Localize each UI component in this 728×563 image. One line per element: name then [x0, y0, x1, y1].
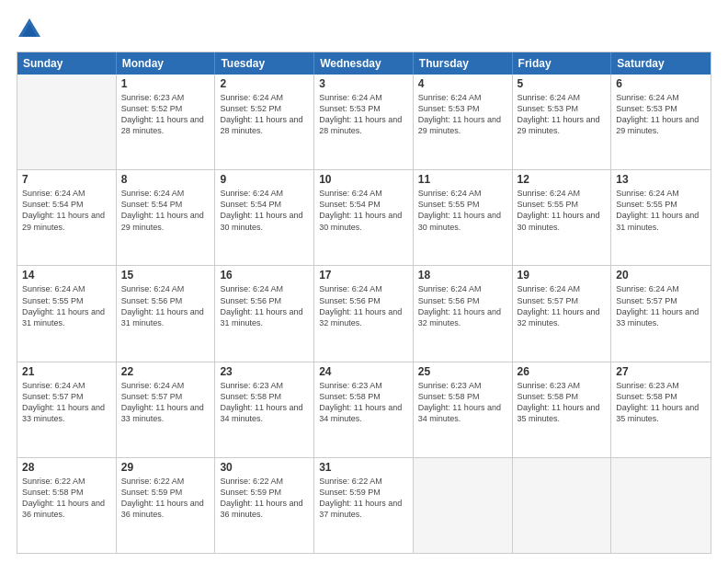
calendar-row: 14Sunrise: 6:24 AM Sunset: 5:55 PM Dayli… [17, 265, 711, 361]
day-number: 16 [220, 269, 309, 282]
calendar: SundayMondayTuesdayWednesdayThursdayFrid… [17, 52, 711, 554]
calendar-cell: 31Sunrise: 6:22 AM Sunset: 5:59 PM Dayli… [314, 458, 414, 553]
day-info: Sunrise: 6:24 AM Sunset: 5:54 PM Dayligh… [220, 188, 309, 233]
day-number: 6 [616, 77, 706, 90]
day-info: Sunrise: 6:24 AM Sunset: 5:57 PM Dayligh… [616, 283, 706, 328]
day-info: Sunrise: 6:23 AM Sunset: 5:58 PM Dayligh… [319, 380, 408, 425]
calendar-cell: 14Sunrise: 6:24 AM Sunset: 5:55 PM Dayli… [17, 266, 117, 361]
calendar-cell: 30Sunrise: 6:22 AM Sunset: 5:59 PM Dayli… [215, 458, 314, 553]
calendar-cell: 8Sunrise: 6:24 AM Sunset: 5:54 PM Daylig… [117, 170, 216, 265]
calendar-cell: 17Sunrise: 6:24 AM Sunset: 5:56 PM Dayli… [314, 266, 414, 361]
calendar-cell: 13Sunrise: 6:24 AM Sunset: 5:55 PM Dayli… [611, 170, 711, 265]
calendar-cell: 27Sunrise: 6:23 AM Sunset: 5:58 PM Dayli… [611, 362, 711, 457]
day-info: Sunrise: 6:23 AM Sunset: 5:58 PM Dayligh… [616, 380, 706, 425]
calendar-cell: 7Sunrise: 6:24 AM Sunset: 5:54 PM Daylig… [17, 170, 117, 265]
day-info: Sunrise: 6:24 AM Sunset: 5:54 PM Dayligh… [121, 188, 210, 233]
calendar-cell: 9Sunrise: 6:24 AM Sunset: 5:54 PM Daylig… [215, 170, 314, 265]
calendar-cell: 12Sunrise: 6:24 AM Sunset: 5:55 PM Dayli… [513, 170, 612, 265]
day-number: 1 [121, 77, 210, 90]
header [17, 17, 711, 42]
day-info: Sunrise: 6:24 AM Sunset: 5:53 PM Dayligh… [616, 92, 706, 137]
day-info: Sunrise: 6:24 AM Sunset: 5:57 PM Dayligh… [121, 380, 210, 425]
calendar-cell: 1Sunrise: 6:23 AM Sunset: 5:52 PM Daylig… [117, 75, 216, 169]
day-info: Sunrise: 6:24 AM Sunset: 5:55 PM Dayligh… [418, 188, 507, 233]
day-number: 10 [319, 173, 408, 186]
calendar-row: 21Sunrise: 6:24 AM Sunset: 5:57 PM Dayli… [17, 362, 711, 457]
day-number: 18 [418, 269, 507, 282]
day-number: 5 [518, 77, 607, 90]
day-info: Sunrise: 6:24 AM Sunset: 5:53 PM Dayligh… [518, 92, 607, 137]
day-number: 8 [121, 173, 210, 186]
day-info: Sunrise: 6:23 AM Sunset: 5:58 PM Dayligh… [418, 380, 507, 425]
calendar-cell [611, 458, 711, 553]
day-number: 2 [220, 77, 309, 90]
day-info: Sunrise: 6:24 AM Sunset: 5:56 PM Dayligh… [418, 283, 507, 328]
day-info: Sunrise: 6:24 AM Sunset: 5:56 PM Dayligh… [319, 283, 408, 328]
day-info: Sunrise: 6:24 AM Sunset: 5:53 PM Dayligh… [418, 92, 507, 137]
calendar-cell: 21Sunrise: 6:24 AM Sunset: 5:57 PM Dayli… [17, 362, 117, 457]
day-number: 19 [518, 269, 607, 282]
day-info: Sunrise: 6:24 AM Sunset: 5:55 PM Dayligh… [22, 283, 111, 328]
day-info: Sunrise: 6:24 AM Sunset: 5:55 PM Dayligh… [518, 188, 607, 233]
day-info: Sunrise: 6:24 AM Sunset: 5:54 PM Dayligh… [319, 188, 408, 233]
calendar-header: SundayMondayTuesdayWednesdayThursdayFrid… [17, 52, 711, 75]
weekday-header: Monday [117, 52, 216, 75]
page: SundayMondayTuesdayWednesdayThursdayFrid… [0, 0, 728, 563]
calendar-row: 7Sunrise: 6:24 AM Sunset: 5:54 PM Daylig… [17, 169, 711, 265]
day-info: Sunrise: 6:22 AM Sunset: 5:59 PM Dayligh… [121, 476, 210, 521]
day-info: Sunrise: 6:22 AM Sunset: 5:58 PM Dayligh… [22, 476, 111, 521]
day-number: 3 [319, 77, 408, 90]
day-info: Sunrise: 6:24 AM Sunset: 5:57 PM Dayligh… [518, 283, 607, 328]
day-info: Sunrise: 6:22 AM Sunset: 5:59 PM Dayligh… [220, 476, 309, 521]
weekday-header: Wednesday [314, 52, 414, 75]
calendar-row: 1Sunrise: 6:23 AM Sunset: 5:52 PM Daylig… [17, 75, 711, 169]
day-info: Sunrise: 6:24 AM Sunset: 5:53 PM Dayligh… [319, 92, 408, 137]
day-number: 29 [121, 461, 210, 474]
day-number: 4 [418, 77, 507, 90]
calendar-cell: 18Sunrise: 6:24 AM Sunset: 5:56 PM Dayli… [414, 266, 513, 361]
day-number: 25 [418, 365, 507, 378]
weekday-header: Friday [513, 52, 612, 75]
logo [17, 17, 46, 42]
day-info: Sunrise: 6:24 AM Sunset: 5:57 PM Dayligh… [22, 380, 111, 425]
day-number: 14 [22, 269, 111, 282]
day-info: Sunrise: 6:24 AM Sunset: 5:56 PM Dayligh… [121, 283, 210, 328]
calendar-cell: 3Sunrise: 6:24 AM Sunset: 5:53 PM Daylig… [314, 75, 414, 169]
weekday-header: Tuesday [215, 52, 314, 75]
day-info: Sunrise: 6:24 AM Sunset: 5:56 PM Dayligh… [220, 283, 309, 328]
calendar-cell: 5Sunrise: 6:24 AM Sunset: 5:53 PM Daylig… [513, 75, 612, 169]
calendar-cell: 16Sunrise: 6:24 AM Sunset: 5:56 PM Dayli… [215, 266, 314, 361]
day-number: 13 [616, 173, 706, 186]
calendar-cell [414, 458, 513, 553]
calendar-cell [513, 458, 612, 553]
calendar-cell: 25Sunrise: 6:23 AM Sunset: 5:58 PM Dayli… [414, 362, 513, 457]
calendar-cell: 26Sunrise: 6:23 AM Sunset: 5:58 PM Dayli… [513, 362, 612, 457]
calendar-cell: 22Sunrise: 6:24 AM Sunset: 5:57 PM Dayli… [117, 362, 216, 457]
calendar-cell: 23Sunrise: 6:23 AM Sunset: 5:58 PM Dayli… [215, 362, 314, 457]
day-info: Sunrise: 6:23 AM Sunset: 5:58 PM Dayligh… [518, 380, 607, 425]
calendar-cell: 11Sunrise: 6:24 AM Sunset: 5:55 PM Dayli… [414, 170, 513, 265]
day-number: 20 [616, 269, 706, 282]
day-number: 30 [220, 461, 309, 474]
day-number: 15 [121, 269, 210, 282]
calendar-cell: 15Sunrise: 6:24 AM Sunset: 5:56 PM Dayli… [117, 266, 216, 361]
calendar-body: 1Sunrise: 6:23 AM Sunset: 5:52 PM Daylig… [17, 75, 711, 553]
day-number: 23 [220, 365, 309, 378]
calendar-cell [17, 75, 117, 169]
calendar-cell: 10Sunrise: 6:24 AM Sunset: 5:54 PM Dayli… [314, 170, 414, 265]
day-number: 31 [319, 461, 408, 474]
day-info: Sunrise: 6:23 AM Sunset: 5:58 PM Dayligh… [220, 380, 309, 425]
day-info: Sunrise: 6:24 AM Sunset: 5:52 PM Dayligh… [220, 92, 309, 137]
day-number: 24 [319, 365, 408, 378]
calendar-cell: 4Sunrise: 6:24 AM Sunset: 5:53 PM Daylig… [414, 75, 513, 169]
day-info: Sunrise: 6:24 AM Sunset: 5:54 PM Dayligh… [22, 188, 111, 233]
weekday-header: Saturday [611, 52, 711, 75]
weekday-header: Thursday [414, 52, 513, 75]
day-number: 27 [616, 365, 706, 378]
day-number: 11 [418, 173, 507, 186]
calendar-cell: 2Sunrise: 6:24 AM Sunset: 5:52 PM Daylig… [215, 75, 314, 169]
calendar-cell: 19Sunrise: 6:24 AM Sunset: 5:57 PM Dayli… [513, 266, 612, 361]
calendar-cell: 20Sunrise: 6:24 AM Sunset: 5:57 PM Dayli… [611, 266, 711, 361]
day-number: 12 [518, 173, 607, 186]
day-number: 21 [22, 365, 111, 378]
